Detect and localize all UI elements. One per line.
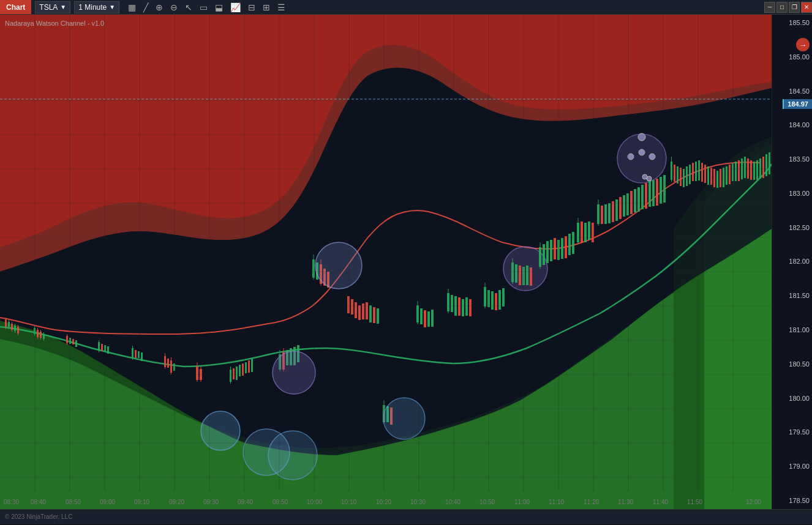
svg-rect-192	[765, 154, 767, 176]
svg-rect-51	[245, 362, 247, 373]
svg-rect-97	[458, 297, 461, 316]
panel-icon[interactable]: ⬓	[212, 1, 225, 13]
svg-text:08:30: 08:30	[4, 499, 19, 505]
zoom-in-icon[interactable]: ⊕	[153, 1, 165, 13]
svg-rect-23	[75, 340, 77, 347]
svg-rect-149	[626, 193, 629, 215]
svg-point-44	[201, 411, 240, 450]
svg-rect-95	[451, 295, 453, 312]
svg-rect-173	[707, 166, 709, 185]
svg-rect-130	[584, 223, 587, 242]
svg-rect-22	[72, 339, 74, 344]
close-button[interactable]: ✕	[801, 2, 812, 13]
price-level-18550: 185.50	[775, 20, 810, 26]
svg-rect-91	[427, 311, 430, 327]
svg-rect-27	[104, 345, 106, 351]
svg-rect-189	[756, 160, 758, 180]
bar-chart-icon[interactable]: ▦	[126, 1, 138, 13]
svg-rect-26	[101, 344, 103, 351]
svg-text:11:20: 11:20	[584, 499, 599, 505]
svg-rect-80	[373, 307, 375, 323]
svg-rect-168	[692, 163, 694, 181]
svg-point-135	[639, 149, 645, 155]
svg-rect-114	[526, 266, 528, 285]
svg-rect-142	[601, 206, 603, 224]
svg-rect-182	[735, 162, 737, 181]
chart-container: Nadaraya Watson Channel - v1.0	[0, 15, 812, 509]
restore-button[interactable]: ❐	[789, 2, 800, 13]
svg-rect-187	[750, 160, 752, 180]
ticker-value: TSLA	[39, 3, 58, 12]
svg-rect-21	[69, 338, 71, 344]
cursor-icon[interactable]: ↖	[182, 1, 195, 13]
svg-rect-28	[107, 346, 109, 354]
svg-text:09:40: 09:40	[238, 499, 253, 505]
ticker-chevron-icon: ▼	[60, 4, 66, 10]
chart-main[interactable]: Nadaraya Watson Channel - v1.0	[0, 15, 772, 509]
svg-rect-147	[619, 197, 622, 219]
zoom-out-icon[interactable]: ⊖	[168, 1, 180, 13]
svg-rect-162	[674, 165, 675, 182]
svg-rect-31	[135, 350, 137, 358]
svg-rect-131	[588, 222, 590, 240]
svg-rect-185	[744, 157, 746, 178]
svg-rect-105	[491, 291, 494, 310]
price-arrow-badge[interactable]: →	[796, 38, 810, 51]
svg-rect-121	[554, 238, 556, 259]
svg-text:10:00: 10:00	[307, 499, 322, 505]
svg-rect-177	[720, 169, 721, 187]
svg-text:09:30: 09:30	[203, 499, 219, 505]
maximize-button[interactable]: □	[776, 2, 788, 13]
indicator-label: Nadaraya Watson Channel - v1.0	[5, 20, 104, 27]
svg-rect-191	[762, 157, 764, 178]
svg-rect-108	[502, 288, 505, 307]
interval-dropdown[interactable]: 1 Minute ▼	[74, 1, 119, 13]
svg-rect-151	[634, 189, 636, 212]
svg-text:12:00: 12:00	[746, 499, 761, 505]
minimize-button[interactable]: ─	[764, 2, 775, 13]
svg-rect-169	[695, 162, 697, 181]
svg-rect-126	[572, 232, 574, 254]
svg-rect-153	[641, 185, 644, 209]
svg-rect-150	[630, 191, 633, 214]
svg-rect-157	[656, 179, 658, 206]
indicator-icon[interactable]: ⊞	[260, 1, 273, 13]
price-level-18350: 183.50	[775, 156, 810, 163]
draw-icon[interactable]: ╱	[141, 1, 151, 13]
range-icon[interactable]: ⊟	[246, 1, 258, 13]
svg-rect-99	[465, 297, 468, 316]
svg-rect-180	[729, 165, 731, 184]
svg-point-72	[315, 242, 362, 289]
svg-rect-164	[680, 168, 682, 186]
svg-rect-48	[236, 367, 238, 380]
svg-rect-52	[248, 360, 250, 373]
title-bar: Chart TSLA ▼ 1 Minute ▼ ▦ ╱ ⊕ ⊖ ↖ ▭ ⬓ 📈 …	[0, 0, 812, 15]
svg-rect-159	[663, 175, 666, 203]
svg-rect-178	[723, 168, 724, 187]
rect-icon[interactable]: ▭	[197, 1, 210, 13]
svg-rect-179	[726, 166, 727, 185]
svg-rect-193	[769, 152, 770, 174]
svg-point-139	[647, 176, 652, 181]
svg-point-55	[268, 431, 317, 480]
svg-rect-145	[612, 201, 614, 222]
interval-chevron-icon: ▼	[109, 4, 115, 10]
svg-rect-123	[561, 238, 563, 259]
svg-rect-125	[568, 234, 571, 255]
svg-text:08:50: 08:50	[66, 499, 81, 505]
price-axis: → 185.50 185.00 184.50 184.97 184.00 183…	[772, 15, 812, 509]
trend-icon[interactable]: 📈	[228, 1, 243, 13]
svg-rect-144	[608, 203, 611, 223]
svg-rect-81	[377, 308, 379, 324]
svg-text:09:50: 09:50	[273, 499, 288, 505]
svg-rect-79	[369, 305, 372, 322]
svg-rect-74	[351, 299, 353, 315]
svg-rect-132	[592, 223, 594, 242]
svg-rect-76	[358, 305, 361, 320]
svg-text:10:20: 10:20	[376, 499, 391, 505]
svg-text:11:10: 11:10	[549, 499, 564, 505]
svg-rect-172	[704, 165, 706, 183]
strategy-icon[interactable]: ☰	[275, 1, 288, 13]
svg-rect-50	[242, 363, 244, 376]
ticker-dropdown[interactable]: TSLA ▼	[35, 1, 70, 13]
